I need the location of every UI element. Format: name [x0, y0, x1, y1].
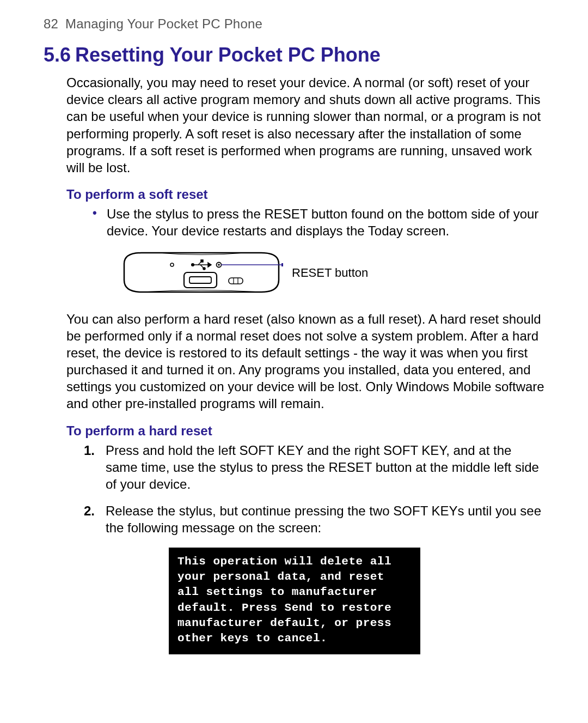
intro-paragraph: Occasionally, you may need to reset your…: [44, 74, 544, 176]
hard-reset-steps: Press and hold the left SOFT KEY and the…: [44, 442, 544, 537]
svg-point-6: [218, 264, 220, 266]
svg-point-1: [192, 263, 194, 266]
device-bottom-figure: RESET button: [44, 248, 544, 297]
section-number: 5.6: [44, 44, 71, 66]
soft-reset-bullet-list: Use the stylus to press the RESET button…: [44, 205, 544, 239]
console-message: This operation will delete all your pers…: [169, 548, 420, 654]
section-title-text: Resetting Your Pocket PC Phone: [75, 44, 381, 66]
svg-rect-13: [281, 263, 283, 266]
reset-button-callout: RESET button: [292, 266, 368, 280]
section-heading: 5.6Resetting Your Pocket PC Phone: [44, 44, 544, 66]
hard-reset-intro-paragraph: You can also perform a hard reset (also …: [44, 311, 544, 412]
page-number: 82: [44, 16, 58, 31]
svg-rect-3: [201, 260, 203, 262]
list-item: Use the stylus to press the RESET button…: [93, 205, 544, 239]
list-item: Release the stylus, but continue pressin…: [84, 502, 544, 536]
document-page: 82 Managing Your Pocket PC Phone 5.6Rese…: [0, 0, 588, 723]
device-bottom-illustration: [120, 248, 283, 297]
chapter-title: Managing Your Pocket PC Phone: [65, 16, 262, 31]
list-item: Press and hold the left SOFT KEY and the…: [84, 442, 544, 493]
svg-point-4: [203, 268, 205, 270]
soft-reset-heading: To perform a soft reset: [66, 187, 544, 202]
hard-reset-heading: To perform a hard reset: [66, 423, 544, 439]
running-header: 82 Managing Your Pocket PC Phone: [44, 16, 544, 32]
